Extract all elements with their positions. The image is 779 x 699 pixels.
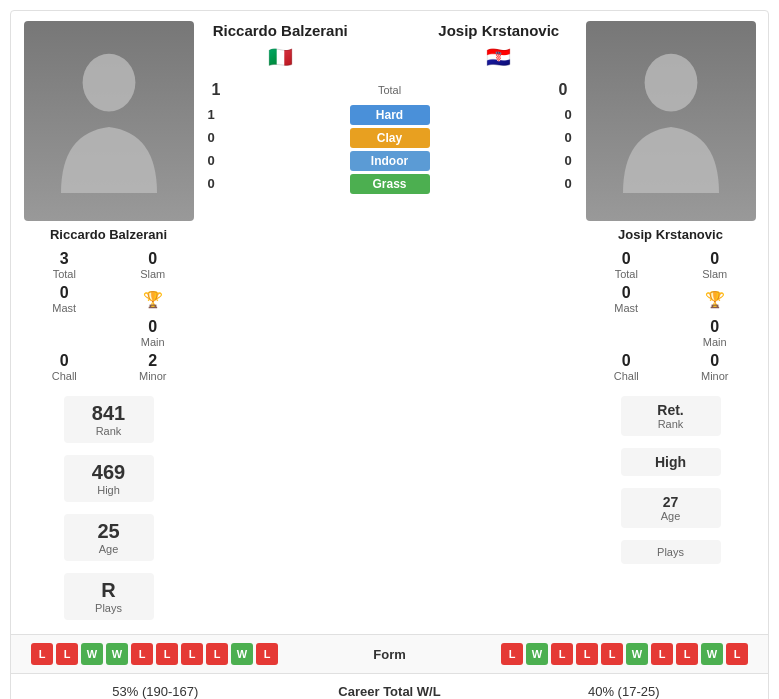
right-main-label: Main (703, 336, 727, 348)
left-total-value: 3 (60, 250, 69, 268)
left-main-cell: 0 Main (115, 318, 192, 348)
right-center-boxes: Ret. Rank High 27 Age Plays (583, 392, 758, 624)
right-mast-value: 0 (622, 284, 631, 302)
left-rank-value: 841 (84, 402, 134, 425)
form-badge-right: W (701, 643, 723, 665)
total-label: Total (378, 84, 401, 96)
right-age-value: 27 (633, 494, 709, 510)
right-minor-value: 0 (710, 352, 719, 370)
form-badge-right: L (576, 643, 598, 665)
right-slam-label: Slam (702, 268, 727, 280)
right-total-cell: 0 Total (588, 250, 665, 280)
player-left-block: Riccardo Balzerani 3 Total 0 Slam 0 Mast… (21, 21, 196, 382)
left-header-name: Riccardo Balzerani (201, 21, 360, 41)
right-chall-label: Chall (614, 370, 639, 382)
left-center-boxes: 841 Rank 469 High 25 Age R Plays (21, 392, 196, 624)
left-plays-label: Plays (84, 602, 134, 614)
form-badge-left: W (81, 643, 103, 665)
right-rank-box: Ret. Rank (621, 396, 721, 436)
right-minor-label: Minor (701, 370, 729, 382)
center-section: Riccardo Balzerani 🇮🇹 Josip Krstanovic 🇭… (196, 21, 583, 382)
name-flags-row: Riccardo Balzerani 🇮🇹 Josip Krstanovic 🇭… (201, 21, 578, 73)
stats-row-center-label: Career Total W/L (290, 684, 490, 699)
player-right-name: Josip Krstanovic (618, 227, 723, 242)
left-mast-label: Mast (52, 302, 76, 314)
left-minor-value: 2 (148, 352, 157, 370)
form-badge-left: L (206, 643, 228, 665)
left-high-box: 469 High (64, 455, 154, 502)
grass-badge: Grass (350, 174, 430, 194)
hard-right: 0 (558, 107, 578, 122)
form-badge-right: L (501, 643, 523, 665)
indoor-left: 0 (201, 153, 221, 168)
form-right: LWLLLWLLWL (430, 643, 759, 665)
hard-badge: Hard (350, 105, 430, 125)
right-name-header: Josip Krstanovic 🇭🇷 (420, 21, 579, 73)
right-plays-label: Plays (633, 546, 709, 558)
form-badge-right: W (626, 643, 648, 665)
svg-point-1 (644, 54, 697, 112)
right-rank-label: Rank (633, 418, 709, 430)
right-flag: 🇭🇷 (420, 45, 579, 69)
left-rank-label: Rank (84, 425, 134, 437)
player-left-name: Riccardo Balzerani (50, 227, 167, 242)
form-badge-right: L (651, 643, 673, 665)
right-total-value: 0 (622, 250, 631, 268)
right-total-label: Total (615, 268, 638, 280)
right-age-label: Age (633, 510, 709, 522)
career-stats-section: 53% (190-167)Career Total W/L40% (17-25)… (11, 673, 768, 699)
clay-badge: Clay (350, 128, 430, 148)
left-chall-label: Chall (52, 370, 77, 382)
svg-point-0 (82, 54, 135, 112)
grass-right: 0 (558, 176, 578, 191)
trophy-icon-left: 🏆 (115, 284, 192, 314)
center-stats-row: 841 Rank 469 High 25 Age R Plays Ret. Ra… (11, 392, 768, 634)
left-minor-label: Minor (139, 370, 167, 382)
form-badge-right: L (601, 643, 623, 665)
right-rank-value: Ret. (633, 402, 709, 418)
right-slam-cell: 0 Slam (677, 250, 754, 280)
left-total-label: Total (53, 268, 76, 280)
right-mast-label: Mast (614, 302, 638, 314)
form-badge-left: L (256, 643, 278, 665)
player-left-stats: 3 Total 0 Slam 0 Mast 🏆 0 Main (26, 250, 191, 382)
clay-right: 0 (558, 130, 578, 145)
left-age-label: Age (84, 543, 134, 555)
form-badge-left: L (156, 643, 178, 665)
right-plays-box: Plays (621, 540, 721, 564)
indoor-right: 0 (558, 153, 578, 168)
form-badge-right: W (526, 643, 548, 665)
total-row: 1 Total 0 (201, 81, 578, 99)
stats-row-right-value: 40% (17-25) (490, 684, 759, 699)
right-high-box: High (621, 448, 721, 476)
left-age-box: 25 Age (64, 514, 154, 561)
left-high-label: High (84, 484, 134, 496)
left-total-cell: 3 Total (26, 250, 103, 280)
form-badge-left: W (106, 643, 128, 665)
right-minor-cell: 0 Minor (677, 352, 754, 382)
surface-area: 1 Hard 0 0 Clay 0 0 Indoor 0 0 Grass (201, 105, 578, 194)
left-slam-value: 0 (148, 250, 157, 268)
stats-row: 53% (190-167)Career Total W/L40% (17-25) (11, 674, 768, 699)
left-name-header: Riccardo Balzerani 🇮🇹 (201, 21, 360, 73)
left-plays-box: R Plays (64, 573, 154, 620)
grass-left: 0 (201, 176, 221, 191)
left-slam-cell: 0 Slam (115, 250, 192, 280)
right-mast-cell: 0 Mast (588, 284, 665, 314)
form-badge-left: L (181, 643, 203, 665)
left-flag: 🇮🇹 (201, 45, 360, 69)
left-plays-value: R (84, 579, 134, 602)
right-header-name: Josip Krstanovic (420, 21, 579, 41)
surface-row-hard: 1 Hard 0 (201, 105, 578, 125)
form-section: LLWWLLLLWL Form LWLLLWLLWL (11, 634, 768, 673)
surface-row-indoor: 0 Indoor 0 (201, 151, 578, 171)
form-left: LLWWLLLLWL (21, 643, 350, 665)
form-badge-left: L (131, 643, 153, 665)
indoor-badge: Indoor (350, 151, 430, 171)
left-mast-value: 0 (60, 284, 69, 302)
left-high-value: 469 (84, 461, 134, 484)
total-left-score: 1 (201, 81, 231, 99)
surface-row-clay: 0 Clay 0 (201, 128, 578, 148)
left-mast-cell: 0 Mast (26, 284, 103, 314)
form-badge-left: W (231, 643, 253, 665)
